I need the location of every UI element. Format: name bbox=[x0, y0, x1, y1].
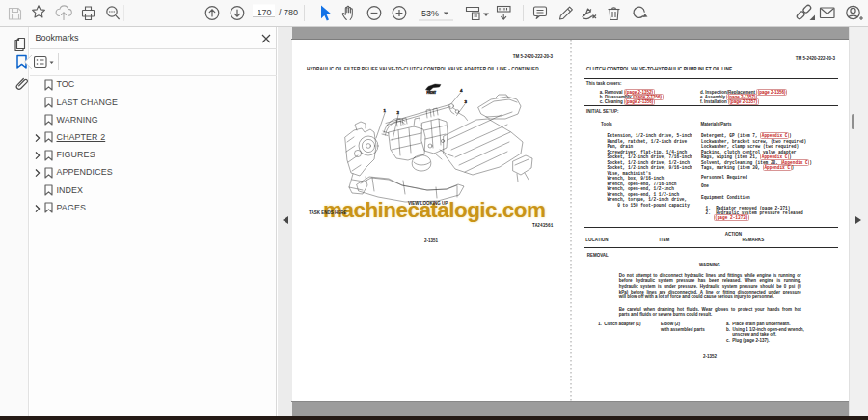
svg-text:3: 3 bbox=[465, 99, 468, 104]
svg-text:2: 2 bbox=[397, 110, 400, 115]
svg-text:170: 170 bbox=[257, 8, 271, 17]
svg-text:/ 780: / 780 bbox=[279, 8, 298, 17]
svg-text:1: 1 bbox=[384, 108, 387, 113]
svg-text:53%: 53% bbox=[421, 9, 439, 18]
svg-text:FRONT: FRONT bbox=[427, 91, 437, 95]
svg-text:4: 4 bbox=[460, 88, 463, 93]
